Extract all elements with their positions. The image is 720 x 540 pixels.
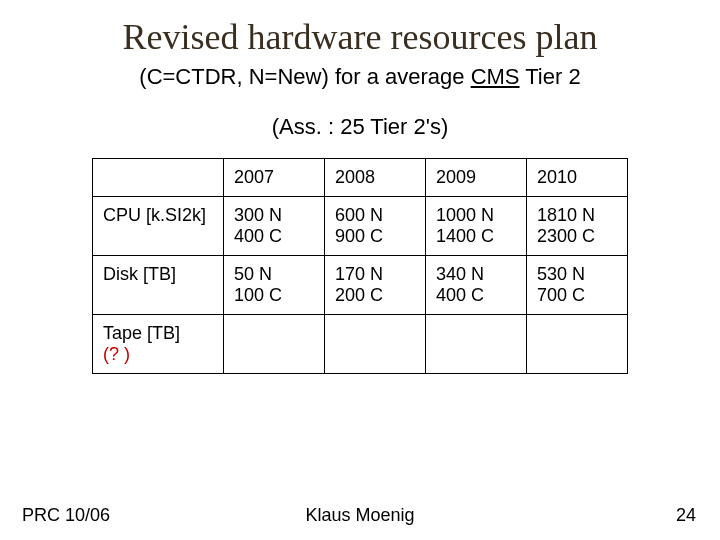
value-new: 1810 N xyxy=(537,205,617,226)
slide: Revised hardware resources plan (C=CTDR,… xyxy=(0,0,720,540)
data-cell xyxy=(224,315,325,374)
tape-label: Tape [TB] xyxy=(103,323,213,344)
data-cell: 50 N 100 C xyxy=(224,256,325,315)
footer-page-number: 24 xyxy=(676,505,696,526)
slide-footer: PRC 10/06 Klaus Moenig 24 xyxy=(0,505,720,526)
year-header: 2010 xyxy=(527,159,628,197)
data-cell xyxy=(527,315,628,374)
value-ctdr: 200 C xyxy=(335,285,415,306)
table-header-row: 2007 2008 2009 2010 xyxy=(93,159,628,197)
value-ctdr: 400 C xyxy=(436,285,516,306)
value-new: 170 N xyxy=(335,264,415,285)
data-cell: 1810 N 2300 C xyxy=(527,197,628,256)
data-cell: 170 N 200 C xyxy=(325,256,426,315)
year-header: 2008 xyxy=(325,159,426,197)
value-ctdr: 100 C xyxy=(234,285,314,306)
value-ctdr: 900 C xyxy=(335,226,415,247)
value-new: 600 N xyxy=(335,205,415,226)
slide-subtitle: (C=CTDR, N=New) for a average CMS Tier 2 xyxy=(0,64,720,90)
subtitle-prefix: (C=CTDR, N=New) for a average xyxy=(139,64,470,89)
data-cell: 300 N 400 C xyxy=(224,197,325,256)
table-row: CPU [k.SI2k] 300 N 400 C 600 N 900 C 100… xyxy=(93,197,628,256)
value-ctdr: 1400 C xyxy=(436,226,516,247)
year-header: 2009 xyxy=(426,159,527,197)
value-new: 1000 N xyxy=(436,205,516,226)
data-cell: 530 N 700 C xyxy=(527,256,628,315)
value-ctdr: 2300 C xyxy=(537,226,617,247)
value-ctdr: 700 C xyxy=(537,285,617,306)
footer-left: PRC 10/06 xyxy=(22,505,110,526)
value-new: 50 N xyxy=(234,264,314,285)
data-cell: 340 N 400 C xyxy=(426,256,527,315)
table-row: Disk [TB] 50 N 100 C 170 N 200 C 340 N 4… xyxy=(93,256,628,315)
value-new: 340 N xyxy=(436,264,516,285)
year-header: 2007 xyxy=(224,159,325,197)
table-row: Tape [TB] (? ) xyxy=(93,315,628,374)
value-ctdr: 400 C xyxy=(234,226,314,247)
tape-question: (? ) xyxy=(103,344,213,365)
slide-title: Revised hardware resources plan xyxy=(0,0,720,58)
data-cell xyxy=(325,315,426,374)
subtitle-underlined: CMS xyxy=(471,64,520,89)
resources-table: 2007 2008 2009 2010 CPU [k.SI2k] 300 N 4… xyxy=(92,158,628,374)
table-corner-cell xyxy=(93,159,224,197)
assumption-line: (Ass. : 25 Tier 2's) xyxy=(0,114,720,140)
subtitle-suffix: Tier 2 xyxy=(520,64,581,89)
value-new: 530 N xyxy=(537,264,617,285)
value-new: 300 N xyxy=(234,205,314,226)
row-label-tape: Tape [TB] (? ) xyxy=(93,315,224,374)
row-label-cpu: CPU [k.SI2k] xyxy=(93,197,224,256)
row-label-disk: Disk [TB] xyxy=(93,256,224,315)
data-cell: 1000 N 1400 C xyxy=(426,197,527,256)
data-cell xyxy=(426,315,527,374)
data-cell: 600 N 900 C xyxy=(325,197,426,256)
